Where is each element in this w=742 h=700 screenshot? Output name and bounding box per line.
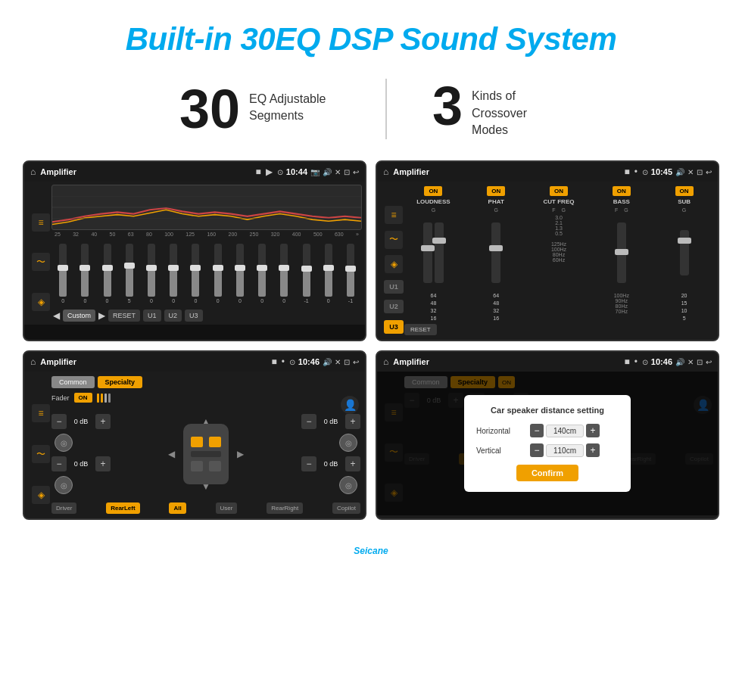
eq-slider-9[interactable]: 0	[230, 244, 250, 303]
rear-left-btn[interactable]: RearLeft	[106, 502, 139, 514]
window-icon-4[interactable]: ⊡	[697, 358, 703, 366]
pause-icon[interactable]: ■	[256, 166, 261, 177]
eq-slider-5[interactable]: 0	[142, 244, 161, 303]
back-icon-3[interactable]: ↩	[353, 358, 359, 366]
eq-slider-4[interactable]: 5	[120, 244, 139, 303]
prev-arrow[interactable]: ◀	[53, 310, 60, 321]
back-icon[interactable]: ↩	[353, 168, 359, 176]
phat-toggle[interactable]: ON	[487, 186, 505, 196]
horizontal-minus[interactable]: −	[530, 424, 544, 437]
eq-slider-12[interactable]: -1	[296, 244, 316, 303]
camera-icon: 📷	[310, 168, 320, 176]
eq-icon[interactable]: ≡	[32, 213, 50, 232]
pause-icon-4[interactable]: ■	[624, 356, 629, 367]
db-ctrl-2: − 0 dB +	[51, 456, 111, 471]
vertical-minus[interactable]: −	[530, 443, 544, 457]
play-icon[interactable]: ▶	[266, 166, 273, 177]
pause-icon-2[interactable]: ■	[624, 166, 629, 177]
volume-icon-3[interactable]: 🔊	[323, 358, 332, 366]
speaker-icon[interactable]: ◈	[32, 293, 50, 311]
eq-slider-6[interactable]: 0	[164, 244, 183, 303]
horizontal-plus[interactable]: +	[586, 424, 600, 437]
eq-slider-10[interactable]: 0	[252, 244, 272, 303]
db-plus-3[interactable]: +	[345, 414, 360, 429]
next-arrow[interactable]: ▶	[98, 310, 105, 321]
all-btn[interactable]: All	[169, 502, 186, 514]
db-plus-2[interactable]: +	[95, 456, 111, 471]
reset-button[interactable]: RESET	[108, 310, 140, 322]
close-icon-2[interactable]: ✕	[687, 168, 694, 176]
copilot-btn[interactable]: Copilot	[332, 502, 360, 514]
speaker-icon-2[interactable]: ◈	[385, 255, 403, 273]
back-icon-4[interactable]: ↩	[706, 358, 712, 366]
eq-icon-3[interactable]: ≡	[32, 404, 50, 422]
common-time: 10:46	[298, 357, 320, 366]
screens-grid: ⌂ Amplifier ■ ▶ ⊙ 10:44 📷 🔊 ✕ ⊡ ↩ ≡ 〜 ◈	[0, 160, 742, 543]
common-tab[interactable]: Common	[51, 376, 95, 388]
window-icon-3[interactable]: ⊡	[344, 358, 350, 366]
user-btn[interactable]: User	[216, 502, 238, 514]
eq-slider-1[interactable]: 0	[53, 244, 73, 303]
home-icon[interactable]: ⌂	[30, 166, 36, 177]
db-minus-1[interactable]: −	[51, 414, 67, 429]
speaker-icon-3[interactable]: ◈	[32, 486, 50, 504]
loudness-slider[interactable]	[423, 215, 444, 291]
eq-slider-7[interactable]: 0	[186, 244, 205, 303]
pause-icon-3[interactable]: ■	[271, 356, 276, 367]
db-val-2: 0 dB	[70, 460, 92, 468]
u2-btn[interactable]: U2	[384, 300, 404, 313]
vertical-plus[interactable]: +	[586, 443, 600, 457]
amp-reset-button[interactable]: RESET	[404, 324, 437, 335]
u3-btn[interactable]: U3	[384, 320, 404, 334]
u1-btn[interactable]: U1	[384, 280, 404, 294]
eq-slider-14[interactable]: -1	[341, 244, 360, 303]
car-diagram: ▲ ▼ ◀ ▶	[115, 409, 297, 499]
u2-button[interactable]: U2	[164, 310, 182, 322]
loudness-toggle[interactable]: ON	[424, 186, 442, 196]
bass-slider[interactable]	[617, 215, 626, 291]
eq-number: 30	[179, 82, 240, 136]
eq-slider-11[interactable]: 0	[274, 244, 294, 303]
db-minus-2[interactable]: −	[51, 456, 67, 471]
db-minus-4[interactable]: −	[301, 456, 316, 471]
sub-slider[interactable]	[680, 215, 689, 291]
cutfreq-toggle[interactable]: ON	[550, 186, 568, 196]
person-button[interactable]: 👤	[341, 396, 359, 414]
eq-slider-8[interactable]: 0	[208, 244, 228, 303]
rear-right-btn[interactable]: RearRight	[267, 502, 303, 514]
fader-toggle[interactable]: ON	[74, 393, 92, 403]
phat-slider[interactable]	[491, 215, 500, 291]
wave-icon[interactable]: 〜	[32, 253, 50, 271]
u1-button[interactable]: U1	[143, 310, 161, 322]
custom-button[interactable]: Custom	[63, 310, 95, 322]
arrow-right[interactable]: ▶	[237, 449, 244, 459]
sub-toggle[interactable]: ON	[675, 186, 694, 196]
volume-icon-2[interactable]: 🔊	[675, 168, 684, 176]
home-icon-3[interactable]: ⌂	[30, 356, 36, 367]
eq-slider-3[interactable]: 0	[97, 244, 117, 303]
wave-icon-3[interactable]: 〜	[32, 445, 50, 463]
wave-icon-2[interactable]: 〜	[385, 231, 403, 249]
eq-icon-2[interactable]: ≡	[385, 206, 403, 224]
close-icon-4[interactable]: ✕	[687, 358, 694, 366]
bass-toggle[interactable]: ON	[613, 186, 631, 196]
db-minus-3[interactable]: −	[301, 414, 316, 429]
u3-button[interactable]: U3	[185, 310, 203, 322]
window-icon[interactable]: ⊡	[344, 168, 350, 176]
volume-icon-4[interactable]: 🔊	[675, 358, 684, 366]
confirm-button[interactable]: Confirm	[516, 465, 578, 481]
close-icon[interactable]: ✕	[335, 168, 341, 176]
home-icon-4[interactable]: ⌂	[383, 356, 388, 367]
eq-slider-13[interactable]: 0	[319, 244, 338, 303]
specialty-tab[interactable]: Specialty	[98, 376, 143, 388]
home-icon-2[interactable]: ⌂	[383, 166, 388, 177]
driver-btn[interactable]: Driver	[51, 502, 76, 514]
window-icon-2[interactable]: ⊡	[697, 168, 703, 176]
eq-slider-2[interactable]: 0	[75, 244, 95, 303]
volume-icon[interactable]: 🔊	[323, 168, 332, 176]
arrow-left[interactable]: ◀	[168, 449, 175, 459]
back-icon-2[interactable]: ↩	[706, 168, 712, 176]
db-plus-4[interactable]: +	[345, 456, 360, 471]
db-plus-1[interactable]: +	[95, 414, 111, 429]
close-icon-3[interactable]: ✕	[335, 358, 341, 366]
